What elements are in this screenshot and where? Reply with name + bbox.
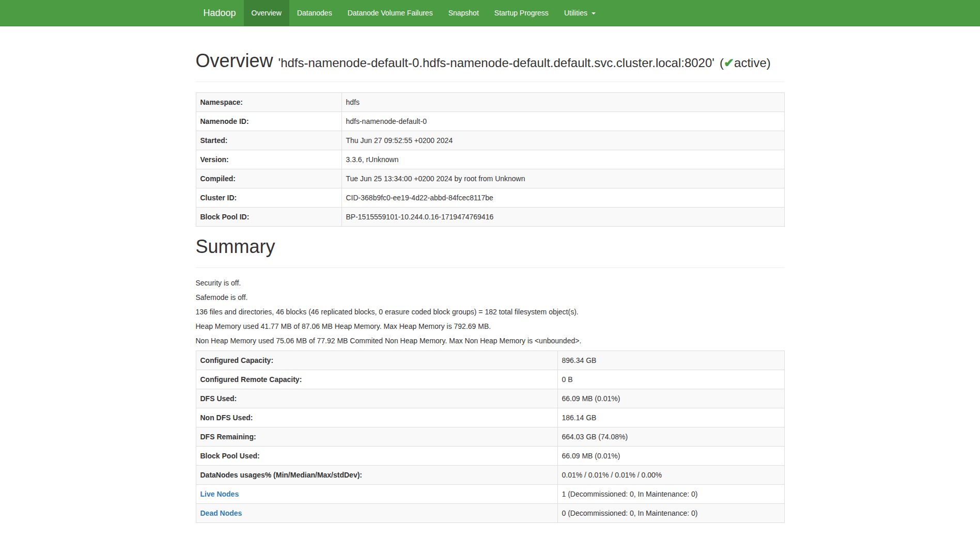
status-label: active) [734,56,771,70]
row-value: 3.3.6, rUnknown [341,150,784,169]
namenode-address: 'hdfs-namenode-default-0.hdfs-namenode-d… [278,56,714,70]
table-row: DFS Remaining: 664.03 GB (74.08%) [196,427,784,446]
row-value: hdfs [341,92,784,112]
nav-item-datanodes[interactable]: Datanodes [289,0,340,26]
nav-item-overview[interactable]: Overview [244,0,289,26]
table-row: Block Pool ID: BP-1515559101-10.244.0.16… [196,207,784,226]
row-value: 66.09 MB (0.01%) [557,389,784,408]
row-label: Dead Nodes [196,503,557,522]
page-title: Overview 'hdfs-namenode-default-0.hdfs-n… [196,51,785,71]
row-label: Cluster ID: [196,188,341,207]
row-label: Compiled: [196,169,341,188]
status-badge: (✔active) [720,56,771,70]
row-value: 0 (Decommissioned: 0, In Maintenance: 0) [557,503,784,522]
main-nav: Overview Datanodes Datanode Volume Failu… [244,0,603,26]
table-row: Compiled: Tue Jun 25 13:34:00 +0200 2024… [196,169,784,188]
nav-item-snapshot[interactable]: Snapshot [441,0,487,26]
status-open-paren: ( [720,56,724,70]
table-row: Dead Nodes 0 (Decommissioned: 0, In Main… [196,503,784,522]
row-value: 66.09 MB (0.01%) [557,446,784,465]
filesystem-objects-text: 136 files and directories, 46 blocks (46… [196,307,785,317]
nav-item-datanode-volume-failures[interactable]: Datanode Volume Failures [340,0,441,26]
heap-memory-text: Heap Memory used 41.77 MB of 87.06 MB He… [196,322,785,332]
row-label: Version: [196,150,341,169]
row-label: Non DFS Used: [196,408,557,427]
summary-heading: Summary [196,237,785,257]
row-value: 186.14 GB [557,408,784,427]
table-row: Namenode ID: hdfs-namenode-default-0 [196,112,784,131]
table-row: Block Pool Used: 66.09 MB (0.01%) [196,446,784,465]
live-nodes-link[interactable]: Live Nodes [200,490,239,498]
row-value: CID-368b9fc0-ee19-4d22-abbd-84fcec8117be [341,188,784,207]
row-label: Namespace: [196,92,341,112]
status-ok-icon: ✔ [724,56,734,70]
table-row: Version: 3.3.6, rUnknown [196,150,784,169]
divider [196,267,785,268]
row-label: Configured Capacity: [196,351,557,370]
row-value: Tue Jun 25 13:34:00 +0200 2024 by root f… [341,169,784,188]
non-heap-memory-text: Non Heap Memory used 75.06 MB of 77.92 M… [196,336,785,346]
row-value: 664.03 GB (74.08%) [557,427,784,446]
table-row: Namespace: hdfs [196,92,784,112]
row-label: Block Pool Used: [196,446,557,465]
row-label: Namenode ID: [196,112,341,131]
summary-table: Configured Capacity: 896.34 GB Configure… [196,351,785,523]
row-value: 0.01% / 0.01% / 0.01% / 0.00% [557,465,784,484]
row-label: Configured Remote Capacity: [196,370,557,389]
table-row: Configured Remote Capacity: 0 B [196,370,784,389]
nav-item-startup-progress[interactable]: Startup Progress [487,0,556,26]
row-label: Block Pool ID: [196,207,341,226]
row-value: 1 (Decommissioned: 0, In Maintenance: 0) [557,484,784,503]
table-row: DataNodes usages% (Min/Median/Max/stdDev… [196,465,784,484]
safemode-status-text: Safemode is off. [196,293,785,303]
row-value: hdfs-namenode-default-0 [341,112,784,131]
row-value: BP-1515559101-10.244.0.16-1719474769416 [341,207,784,226]
table-row: Cluster ID: CID-368b9fc0-ee19-4d22-abbd-… [196,188,784,207]
namenode-info-table: Namespace: hdfs Namenode ID: hdfs-nameno… [196,92,785,227]
page-title-text: Overview [196,50,273,71]
nav-item-utilities[interactable]: Utilities [556,0,603,26]
row-value: 0 B [557,370,784,389]
security-status-text: Security is off. [196,278,785,289]
caret-down-icon [592,12,596,14]
nav-item-utilities-label: Utilities [564,9,587,17]
table-row: Non DFS Used: 186.14 GB [196,408,784,427]
divider [196,82,785,82]
navbar: Hadoop Overview Datanodes Datanode Volum… [0,0,980,26]
dead-nodes-link[interactable]: Dead Nodes [200,509,242,517]
table-row: Started: Thu Jun 27 09:52:55 +0200 2024 [196,131,784,150]
row-label: DataNodes usages% (Min/Median/Max/stdDev… [196,465,557,484]
table-row: Configured Capacity: 896.34 GB [196,351,784,370]
row-label: Started: [196,131,341,150]
main-content: Overview 'hdfs-namenode-default-0.hdfs-n… [188,26,792,523]
row-value: 896.34 GB [557,351,784,370]
row-label: Live Nodes [196,484,557,503]
table-row: DFS Used: 66.09 MB (0.01%) [196,389,784,408]
row-label: DFS Used: [196,389,557,408]
brand-link[interactable]: Hadoop [196,0,244,26]
row-label: DFS Remaining: [196,427,557,446]
row-value: Thu Jun 27 09:52:55 +0200 2024 [341,131,784,150]
table-row: Live Nodes 1 (Decommissioned: 0, In Main… [196,484,784,503]
